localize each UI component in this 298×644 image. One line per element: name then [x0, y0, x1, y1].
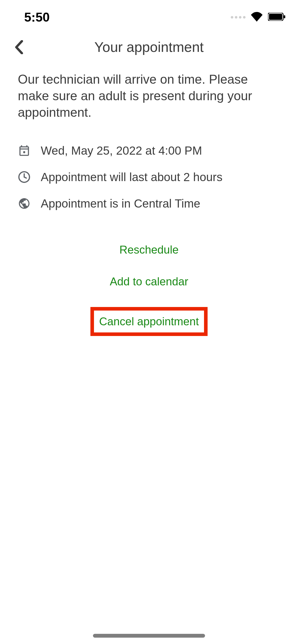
- status-icons: [231, 12, 285, 23]
- add-to-calendar-button[interactable]: Add to calendar: [110, 275, 188, 288]
- status-bar: 5:50: [0, 0, 298, 31]
- reschedule-button[interactable]: Reschedule: [119, 243, 179, 256]
- svg-point-3: [23, 151, 25, 153]
- status-time: 5:50: [24, 10, 50, 25]
- svg-rect-2: [284, 15, 285, 18]
- actions-container: Reschedule Add to calendar Cancel appoin…: [18, 243, 280, 336]
- wifi-icon: [251, 12, 263, 23]
- home-indicator[interactable]: [93, 634, 205, 638]
- duration-text: Appointment will last about 2 hours: [41, 170, 222, 184]
- globe-icon: [18, 197, 31, 210]
- duration-row: Appointment will last about 2 hours: [18, 170, 280, 184]
- calendar-icon: [18, 144, 31, 157]
- clock-icon: [18, 171, 31, 183]
- page-header: Your appointment: [0, 31, 298, 66]
- signal-icon: [231, 16, 246, 19]
- battery-icon: [268, 13, 285, 22]
- back-button[interactable]: [13, 41, 25, 53]
- page-title: Your appointment: [94, 39, 204, 55]
- datetime-row: Wed, May 25, 2022 at 4:00 PM: [18, 144, 280, 157]
- chevron-left-icon: [14, 40, 24, 54]
- svg-rect-1: [269, 14, 282, 20]
- cancel-appointment-button[interactable]: Cancel appointment: [90, 307, 207, 336]
- appointment-description: Our technician will arrive on time. Plea…: [18, 71, 280, 121]
- timezone-row: Appointment is in Central Time: [18, 197, 280, 210]
- content-area: Our technician will arrive on time. Plea…: [0, 66, 298, 341]
- datetime-text: Wed, May 25, 2022 at 4:00 PM: [41, 144, 202, 157]
- timezone-text: Appointment is in Central Time: [41, 197, 200, 210]
